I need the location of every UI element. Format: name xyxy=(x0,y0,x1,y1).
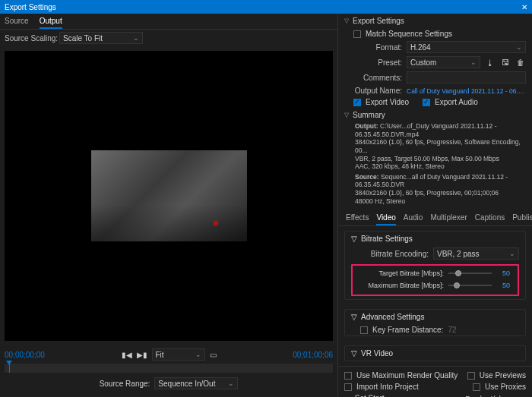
export-audio-checkbox[interactable] xyxy=(423,99,430,106)
export-settings-header: Export Settings xyxy=(353,17,404,25)
match-sequence-checkbox[interactable] xyxy=(353,30,361,38)
tab-publish[interactable]: Publish xyxy=(512,213,532,225)
playhead-line xyxy=(9,364,10,373)
tab-video[interactable]: Video xyxy=(376,213,395,225)
bitrate-encoding-label: Bitrate Encoding: xyxy=(360,250,429,258)
zoom-fit-select[interactable]: Fit ⌄ xyxy=(152,348,205,361)
slider-thumb[interactable] xyxy=(455,270,461,276)
chevron-down-icon: ⌄ xyxy=(228,380,234,387)
highlighted-region: Target Bitrate [Mbps]: 50 Maximum Bitrat… xyxy=(351,264,519,296)
tab-multiplexer[interactable]: Multiplexer xyxy=(430,213,467,225)
export-video-checkbox[interactable] xyxy=(353,99,361,106)
chevron-down-icon: ⌄ xyxy=(470,58,477,66)
time-in[interactable]: 00;00;00;00 xyxy=(5,351,45,359)
max-bitrate-label: Maximum Bitrate [Mbps]: xyxy=(368,282,444,289)
disclosure-triangle-icon[interactable]: ▽ xyxy=(344,17,349,24)
tab-captions[interactable]: Captions xyxy=(475,213,505,225)
output-name-label: Output Name: xyxy=(353,87,402,95)
target-bitrate-label: Target Bitrate [Mbps]: xyxy=(368,269,444,277)
comments-input[interactable] xyxy=(407,71,526,83)
comments-label: Comments: xyxy=(353,74,402,82)
tab-source[interactable]: Source xyxy=(5,17,29,29)
prev-frame-icon[interactable]: ▮◀ xyxy=(122,351,132,359)
source-range-label: Source Range: xyxy=(100,380,150,388)
export-video-label: Export Video xyxy=(366,98,409,106)
chevron-down-icon: ⌄ xyxy=(516,43,522,51)
video-preview xyxy=(91,150,247,241)
summary-output-label: Output: xyxy=(355,122,378,130)
disclosure-triangle-icon[interactable]: ▽ xyxy=(351,313,357,321)
use-previews-label: Use Previews xyxy=(480,371,526,380)
keyframe-distance-label: Key Frame Distance: xyxy=(372,326,443,334)
summary-source-label: Source: xyxy=(355,173,379,181)
format-value: H.264 xyxy=(410,43,431,52)
source-range-value: Sequence In/Out xyxy=(158,380,215,388)
import-into-project-checkbox[interactable] xyxy=(344,383,352,391)
set-start-timecode-label: Set Start Timecode xyxy=(355,394,401,397)
time-out[interactable]: 00;01;00;06 xyxy=(293,351,333,359)
chevron-down-icon: ⌄ xyxy=(195,351,201,358)
export-audio-label: Export Audio xyxy=(435,98,478,106)
chevron-down-icon: ⌄ xyxy=(133,34,139,42)
summary-header: Summary xyxy=(353,111,385,119)
tab-output[interactable]: Output xyxy=(40,17,62,29)
tab-audio[interactable]: Audio xyxy=(404,213,423,225)
source-scaling-value: Scale To Fit xyxy=(63,34,103,43)
use-proxies-label: Use Proxies xyxy=(485,383,526,391)
preset-select[interactable]: Custom⌄ xyxy=(407,56,480,68)
save-preset-icon[interactable]: 🖫 xyxy=(500,57,511,68)
bitrate-encoding-select[interactable]: VBR, 2 pass⌄ xyxy=(433,247,519,260)
advanced-settings-header: Advanced Settings xyxy=(361,313,424,321)
keyframe-distance-checkbox[interactable] xyxy=(360,326,368,334)
max-render-quality-label: Use Maximum Render Quality xyxy=(356,371,458,380)
aspect-toggle-icon[interactable]: ▭ xyxy=(210,351,217,359)
delete-preset-icon[interactable]: 🗑 xyxy=(515,57,526,68)
tab-effects[interactable]: Effects xyxy=(346,213,369,225)
preview-area xyxy=(5,51,333,341)
max-render-quality-checkbox[interactable] xyxy=(344,372,352,380)
zoom-fit-value: Fit xyxy=(156,351,164,359)
match-sequence-label: Match Sequence Settings xyxy=(366,30,452,38)
close-icon[interactable]: ✕ xyxy=(521,3,527,11)
next-frame-icon[interactable]: ▶▮ xyxy=(137,351,147,359)
preset-value: Custom xyxy=(410,58,436,67)
time-ruler[interactable] xyxy=(5,364,333,373)
bitrate-encoding-value: VBR, 2 pass xyxy=(437,250,480,258)
disclosure-triangle-icon[interactable]: ▽ xyxy=(351,235,357,243)
target-bitrate-slider[interactable] xyxy=(448,273,492,274)
source-scaling-select[interactable]: Scale To Fit ⌄ xyxy=(59,32,143,44)
output-name-link[interactable]: Call of Duty Vanguard 2021.11.12 - 06.35… xyxy=(407,87,526,95)
keyframe-distance-value: 72 xyxy=(448,326,456,334)
summary-output-text: C:\User...of_Duty Vanguard 2021.11.12 - … xyxy=(355,122,521,170)
source-range-select[interactable]: Sequence In/Out ⌄ xyxy=(154,377,238,389)
disclosure-triangle-icon[interactable]: ▽ xyxy=(351,349,357,358)
import-into-project-label: Import Into Project xyxy=(356,383,419,391)
window-title: Export Settings xyxy=(5,3,56,11)
vr-video-header: VR Video xyxy=(361,349,393,358)
import-preset-icon[interactable]: ⭳ xyxy=(485,57,496,68)
use-proxies-checkbox[interactable] xyxy=(473,383,480,391)
preset-label: Preset: xyxy=(353,58,402,67)
bitrate-settings-header: Bitrate Settings xyxy=(361,235,413,243)
source-scaling-label: Source Scaling: xyxy=(5,34,59,43)
disclosure-triangle-icon[interactable]: ▽ xyxy=(344,112,349,118)
format-select[interactable]: H.264⌄ xyxy=(407,41,526,53)
max-bitrate-slider[interactable] xyxy=(448,285,492,286)
target-bitrate-value[interactable]: 50 xyxy=(496,269,510,277)
chevron-down-icon: ⌄ xyxy=(509,250,515,257)
format-label: Format: xyxy=(353,43,402,52)
use-previews-checkbox[interactable] xyxy=(467,372,475,380)
max-bitrate-value[interactable]: 50 xyxy=(496,282,510,289)
slider-thumb[interactable] xyxy=(454,282,460,288)
